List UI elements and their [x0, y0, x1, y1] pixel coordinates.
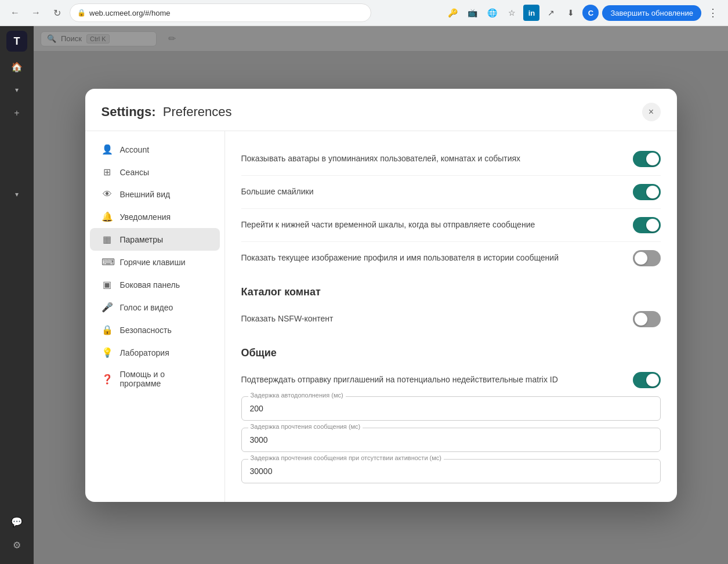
toggle-knob	[646, 374, 659, 386]
input-label: Задержка прочтения сообщения при отсутст…	[248, 454, 444, 461]
settings-nav-item-help[interactable]: ❓ Помощь и о программе	[90, 364, 220, 394]
update-button[interactable]: Завершить обновление	[602, 5, 701, 21]
cast-icon-btn[interactable]: 📺	[464, 5, 480, 21]
settings-nav-item-appearance[interactable]: 👁 Внешний вид	[90, 183, 220, 205]
help-nav-icon: ❓	[102, 374, 113, 385]
toggle-knob	[646, 153, 659, 165]
security-nav-label: Безопасность	[120, 326, 172, 335]
sidebar-nav-label: Боковая панель	[120, 280, 180, 290]
settings-nav: 👤 Account ⊞ Сеансы 👁 Внешний вид 🔔 Уведо…	[85, 131, 224, 502]
account-nav-icon: 👤	[102, 144, 113, 155]
modal-title-prefix: Settings:	[102, 104, 156, 119]
notifications-nav-icon: 🔔	[102, 211, 113, 222]
main-toggles-section: Показывать аватары в упоминаниях пользов…	[241, 143, 661, 274]
account-nav-label: Account	[120, 145, 150, 154]
settings-nav-item-voice[interactable]: 🎤 Голос и видео	[90, 296, 220, 319]
settings-nav-item-sidebar[interactable]: ▣ Боковая панель	[90, 273, 220, 296]
toggle-track[interactable]	[633, 372, 661, 388]
share-icon-btn[interactable]: ↗	[543, 5, 559, 21]
general-heading: Общие	[241, 347, 661, 359]
browser-actions: 🔑 📺 🌐 ☆ in ↗ ⬇ C Завершить обновление ⋮	[444, 5, 721, 21]
home-sidebar-btn[interactable]: 🏠	[6, 56, 27, 77]
room-catalog-heading: Каталог комнат	[241, 286, 661, 298]
settings-nav-item-sessions[interactable]: ⊞ Сеансы	[90, 161, 220, 183]
browser-chrome: ← → ↻ 🔒 web.ucmeet.org/#/home 🔑 📺 🌐 ☆ in…	[0, 0, 728, 26]
settings-nav-item-account[interactable]: 👤 Account	[90, 138, 220, 161]
setting-row: Показывать аватары в упоминаниях пользов…	[241, 143, 661, 176]
main-content: 🔍 Поиск Ctrl K ✏ Settings: Preferences ×	[34, 26, 728, 564]
download-icon-btn[interactable]: ⬇	[563, 5, 579, 21]
input-label: Задержка прочтения сообщения (мс)	[248, 423, 363, 430]
setting-label: Подтверждать отправку приглашений на пот…	[241, 374, 558, 386]
toggle-track[interactable]	[633, 217, 661, 233]
add-sidebar-btn[interactable]: +	[6, 103, 27, 124]
forward-button[interactable]: →	[28, 5, 44, 21]
app-sidebar: T 🏠 ▾ + ▾ 💬 ⚙	[0, 26, 34, 564]
setting-label: Показать NSFW-контент	[241, 313, 334, 325]
toggle-knob	[646, 186, 659, 198]
input-field[interactable]	[241, 459, 661, 483]
reload-button[interactable]: ↻	[49, 5, 65, 21]
voice-nav-label: Голос и видео	[120, 303, 173, 312]
settings-nav-item-lab[interactable]: 💡 Лаборатория	[90, 341, 220, 364]
toggle-switch[interactable]	[633, 372, 661, 388]
setting-row: Перейти к нижней части временной шкалы, …	[241, 209, 661, 242]
setting-label: Показывать аватары в упоминаниях пользов…	[241, 153, 521, 165]
setting-label: Показать текущее изображение профиля и и…	[241, 252, 559, 264]
setting-label: Перейти к нижней части временной шкалы, …	[241, 219, 535, 231]
settings-nav-item-hotkeys[interactable]: ⌨ Горячие клавиши	[90, 251, 220, 273]
setting-label: Большие смайлики	[241, 186, 314, 198]
toggle-switch[interactable]	[633, 250, 661, 266]
modal-body: 👤 Account ⊞ Сеансы 👁 Внешний вид 🔔 Уведо…	[85, 131, 677, 502]
toggle-switch[interactable]	[633, 151, 661, 167]
input-field-wrap: Задержка прочтения сообщения при отсутст…	[241, 459, 661, 483]
preferences-nav-icon: ▦	[102, 234, 113, 245]
toggle-knob	[635, 252, 647, 265]
settings-nav-item-security[interactable]: 🔒 Безопасность	[90, 319, 220, 341]
modal-overlay: Settings: Preferences × 👤 Account ⊞ Сеан…	[34, 26, 728, 564]
toggle-track[interactable]	[633, 250, 661, 266]
settings-sidebar-btn[interactable]: ⚙	[6, 534, 27, 555]
address-bar[interactable]: 🔒 web.ucmeet.org/#/home	[70, 3, 371, 22]
settings-nav-item-preferences[interactable]: ▦ Параметры	[90, 228, 220, 251]
input-label: Задержка автодополнения (мс)	[248, 392, 346, 399]
app-wrapper: T 🏠 ▾ + ▾ 💬 ⚙ 🔍 Поиск Ctrl K ✏	[0, 26, 728, 564]
browser-toolbar: ← → ↻ 🔒 web.ucmeet.org/#/home 🔑 📺 🌐 ☆ in…	[0, 0, 728, 26]
password-icon-btn[interactable]: 🔑	[444, 5, 461, 21]
sessions-nav-icon: ⊞	[102, 167, 113, 178]
hotkeys-nav-icon: ⌨	[102, 256, 113, 267]
chat-sidebar-btn[interactable]: 💬	[6, 511, 27, 532]
toggle-track[interactable]	[633, 184, 661, 200]
lab-nav-icon: 💡	[102, 347, 113, 358]
input-field-wrap: Задержка прочтения сообщения (мс)	[241, 428, 661, 452]
close-modal-button[interactable]: ×	[642, 103, 661, 121]
settings-nav-item-notifications[interactable]: 🔔 Уведомления	[90, 205, 220, 228]
lab-nav-label: Лаборатория	[120, 348, 169, 357]
preferences-nav-label: Параметры	[120, 235, 164, 244]
toggle-switch[interactable]	[633, 217, 661, 233]
toggle-switch[interactable]	[633, 184, 661, 200]
menu-button[interactable]: ⋮	[705, 5, 721, 21]
back-button[interactable]: ←	[7, 5, 23, 21]
lock-icon: 🔒	[77, 9, 86, 17]
translate-icon-btn[interactable]: 🌐	[484, 5, 500, 21]
expand-sidebar-btn[interactable]: ▾	[6, 79, 27, 100]
app-logo: T	[6, 31, 27, 52]
toggle-track[interactable]	[633, 311, 661, 327]
notifications-nav-label: Уведомления	[120, 212, 171, 222]
profile-avatar[interactable]: C	[582, 5, 599, 21]
sidebar-nav-icon: ▣	[102, 279, 113, 290]
toggle-switch[interactable]	[633, 311, 661, 327]
collapse-sidebar-btn2[interactable]: ▾	[6, 184, 27, 205]
inputs-section: Задержка автодополнения (мс)Задержка про…	[241, 396, 661, 483]
url-text: web.ucmeet.org/#/home	[89, 9, 170, 17]
setting-row: Большие смайлики	[241, 176, 661, 209]
toggle-knob	[646, 219, 659, 232]
toggle-track[interactable]	[633, 151, 661, 167]
settings-content: Показывать аватары в упоминаниях пользов…	[224, 131, 677, 502]
linkedin-extension-icon: in	[523, 5, 539, 21]
voice-nav-icon: 🎤	[102, 302, 113, 313]
input-field[interactable]	[241, 428, 661, 452]
bookmark-icon-btn[interactable]: ☆	[504, 5, 520, 21]
input-field[interactable]	[241, 396, 661, 421]
